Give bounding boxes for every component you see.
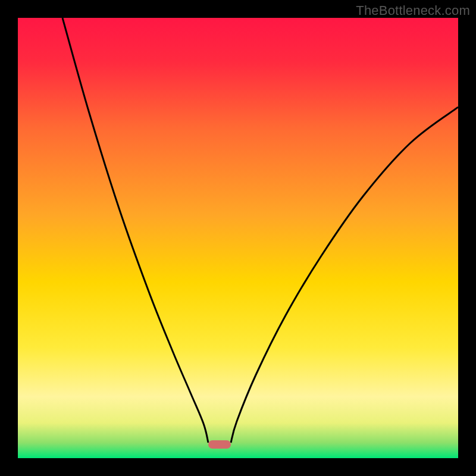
bottleneck-chart [18,18,458,458]
gradient-background [18,18,458,458]
plot-frame [18,18,458,458]
watermark-text: TheBottleneck.com [356,3,470,18]
optimal-marker [208,440,231,449]
